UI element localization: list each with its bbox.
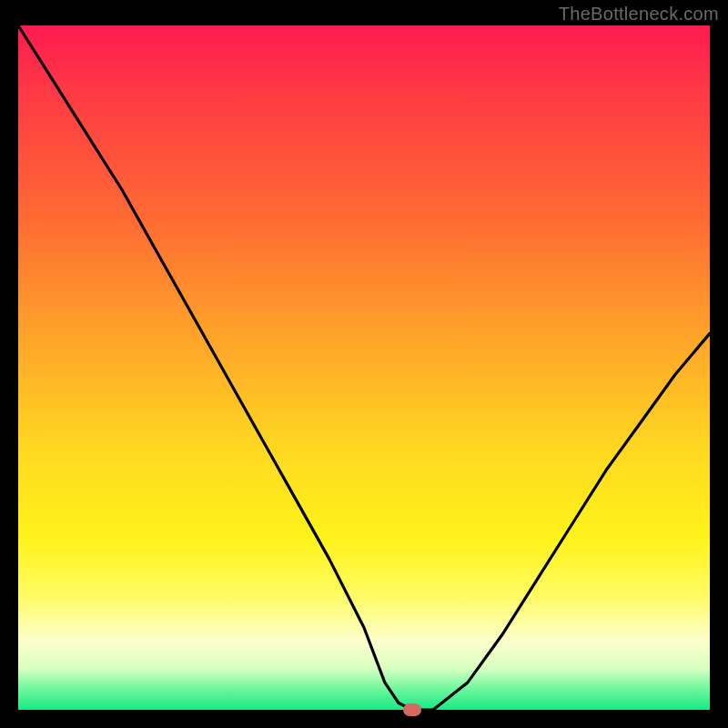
optimum-marker [403, 703, 421, 716]
plot-area [18, 25, 710, 710]
curve-path [18, 25, 710, 710]
watermark-text: TheBottleneck.com [559, 4, 719, 25]
bottleneck-curve [18, 25, 710, 710]
chart-frame: TheBottleneck.com [0, 0, 728, 728]
